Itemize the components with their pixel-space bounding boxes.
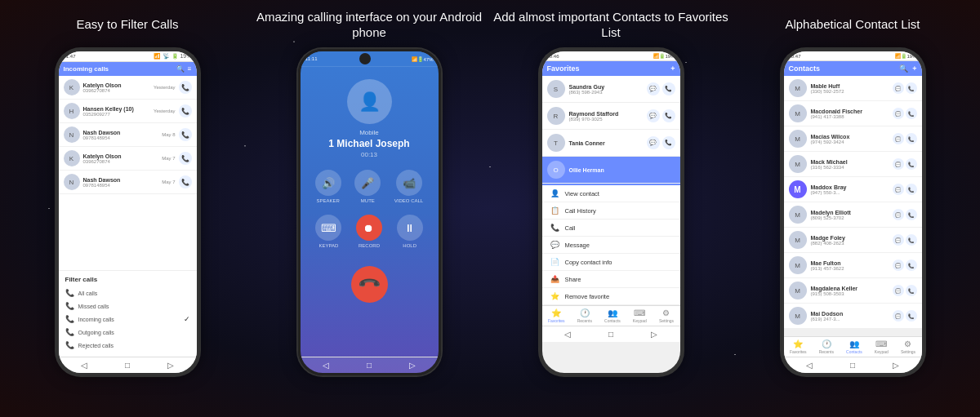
back-btn-2[interactable]: ◁ bbox=[323, 361, 329, 370]
ctx-remove-favorite[interactable]: ⭐ Remove favorite bbox=[542, 288, 680, 305]
call-btn[interactable]: 📞 bbox=[179, 152, 192, 165]
call-btn[interactable]: 📞 bbox=[179, 104, 192, 118]
call-btn[interactable]: 📞 bbox=[906, 133, 917, 144]
filter-item-missed[interactable]: 📞 Missed calls bbox=[65, 299, 190, 313]
filter-title: Filter calls bbox=[65, 276, 190, 283]
call-btn[interactable]: 📞 bbox=[179, 128, 192, 141]
contact-info: Katelyn Olson 0396270874 bbox=[83, 153, 159, 164]
contact-row[interactable]: M Mack Michael (316) 562-3334 💬 📞 bbox=[784, 152, 922, 177]
message-btn[interactable]: 💬 bbox=[893, 310, 904, 322]
call-btn[interactable]: 📞 bbox=[662, 109, 675, 122]
ctx-call-history[interactable]: 📋 Call History bbox=[542, 202, 680, 220]
nav-favorites[interactable]: ⭐ Favorites bbox=[548, 308, 565, 323]
message-btn[interactable]: 💬 bbox=[893, 234, 904, 246]
end-call-button[interactable]: 📞 bbox=[343, 259, 395, 311]
message-btn[interactable]: 💬 bbox=[647, 109, 660, 122]
mute-btn[interactable]: 🎤 MUTE bbox=[354, 170, 381, 203]
contact-row[interactable]: M Mae Fulton (913) 457-3622 💬 📞 bbox=[784, 253, 922, 278]
message-btn[interactable]: 💬 bbox=[893, 209, 904, 220]
home-btn-4[interactable]: □ bbox=[850, 361, 855, 370]
message-btn[interactable]: 💬 bbox=[647, 136, 660, 149]
filter-item-all[interactable]: 📞 All calls bbox=[65, 286, 190, 299]
contact-item[interactable]: N Nash Dawson 0978148954 May 7 📞 bbox=[59, 171, 197, 194]
filter-item-rejected[interactable]: 📞 Rejected calls bbox=[65, 339, 190, 352]
call-btn[interactable]: 📞 bbox=[179, 81, 192, 94]
call-btn[interactable]: 📞 bbox=[906, 158, 917, 170]
search-icon[interactable]: 🔍 bbox=[176, 65, 185, 73]
nav-recents[interactable]: 🕐 Recents bbox=[577, 308, 592, 323]
home-btn[interactable]: □ bbox=[125, 361, 130, 370]
call-btn[interactable]: 📞 bbox=[906, 234, 917, 246]
speaker-btn[interactable]: 🔊 SPEAKER bbox=[315, 170, 341, 203]
contact-row[interactable]: M Macdonald Fischer (941) 417-3388 💬 📞 bbox=[784, 101, 922, 126]
message-btn[interactable]: 💬 bbox=[893, 158, 904, 170]
message-btn[interactable]: 💬 bbox=[893, 133, 904, 144]
call-btn[interactable]: 📞 bbox=[906, 82, 917, 94]
add-contact-icon[interactable]: + bbox=[912, 64, 916, 73]
ctx-message[interactable]: 💬 Message bbox=[542, 237, 680, 254]
message-btn[interactable]: 💬 bbox=[647, 82, 660, 95]
home-btn-2[interactable]: □ bbox=[367, 361, 372, 370]
recent-btn-4[interactable]: ▷ bbox=[893, 361, 899, 370]
call-btn[interactable]: 📞 bbox=[906, 260, 917, 271]
search-icon[interactable]: 🔍 bbox=[899, 64, 908, 73]
message-btn[interactable]: 💬 bbox=[893, 82, 904, 94]
message-btn[interactable]: 💬 bbox=[893, 184, 904, 195]
home-btn-3[interactable]: □ bbox=[608, 330, 613, 339]
call-btn[interactable]: 📞 bbox=[906, 209, 917, 220]
nav-favorites-4[interactable]: ⭐ Favorites bbox=[790, 339, 807, 354]
call-btn[interactable]: 📞 bbox=[662, 136, 675, 149]
nav-contacts[interactable]: 👥 Contacts bbox=[604, 308, 621, 323]
contact-item[interactable]: N Nash Dawson 0978148954 May 8 📞 bbox=[59, 123, 197, 147]
call-btn[interactable]: 📞 bbox=[906, 184, 917, 195]
keypad-btn[interactable]: ⌨ KEYPAD bbox=[315, 215, 341, 248]
panel-favorites: Add almost important Contacts to Favorit… bbox=[493, 8, 728, 408]
fav-item-selected[interactable]: O Ollie Herman bbox=[542, 157, 680, 184]
call-btn[interactable]: 📞 bbox=[906, 310, 917, 322]
recent-btn-3[interactable]: ▷ bbox=[651, 330, 657, 339]
ctx-view-contact[interactable]: 👤 View contact bbox=[542, 185, 680, 202]
recent-btn-2[interactable]: ▷ bbox=[409, 361, 416, 370]
contact-row[interactable]: M Mai Dodson (619) 247-3... 💬 📞 bbox=[784, 304, 922, 329]
call-btn[interactable]: 📞 bbox=[906, 285, 917, 296]
call-btn[interactable]: 📞 bbox=[662, 82, 675, 95]
contact-item[interactable]: H Hansen Kelley (10) 0352909277 Yesterda… bbox=[59, 100, 197, 123]
nav-recents-4[interactable]: 🕐 Recents bbox=[819, 339, 834, 354]
contact-row[interactable]: M Madelyn Elliott (809) 525-3702 💬 📞 bbox=[784, 202, 922, 228]
filter-icon[interactable]: ≡ bbox=[188, 65, 192, 73]
contact-row-special[interactable]: M Maddox Bray (947) 550-3... 💬 📞 bbox=[784, 177, 922, 202]
filter-item-incoming[interactable]: 📞 Incoming calls ✓ bbox=[65, 313, 190, 326]
filter-item-outgoing[interactable]: 📞 Outgoing calls bbox=[65, 326, 190, 339]
contact-row[interactable]: M Macias Wilcox (974) 592-3424 💬 📞 bbox=[784, 126, 922, 152]
recent-btn[interactable]: ▷ bbox=[167, 361, 174, 370]
nav-keypad-4[interactable]: ⌨ Keypad bbox=[875, 339, 889, 354]
fav-item[interactable]: S Saundra Guy (863) 598-2943 💬 📞 bbox=[542, 76, 680, 103]
hold-btn[interactable]: ⏸ HOLD bbox=[397, 215, 423, 248]
back-btn[interactable]: ◁ bbox=[81, 361, 87, 370]
contact-item[interactable]: K Katelyn Olson 0396270874 Yesterday 📞 bbox=[59, 76, 197, 100]
back-btn-4[interactable]: ◁ bbox=[806, 361, 813, 370]
contact-item[interactable]: K Katelyn Olson 0396270874 May 7 📞 bbox=[59, 147, 197, 171]
ctx-copy[interactable]: 📄 Copy contact info bbox=[542, 254, 680, 271]
message-btn[interactable]: 💬 bbox=[893, 285, 904, 296]
video-call-btn[interactable]: 📹 VIDEO CALL bbox=[394, 170, 423, 203]
add-favorite-btn[interactable]: + bbox=[670, 64, 675, 73]
nav-contacts-4[interactable]: 👥 Contacts bbox=[846, 339, 862, 354]
nav-settings-4[interactable]: ⚙ Settings bbox=[901, 339, 915, 354]
message-btn[interactable]: 💬 bbox=[893, 260, 904, 271]
nav-keypad[interactable]: ⌨ Keypad bbox=[633, 308, 647, 323]
fav-item[interactable]: R Raymond Stafford (839) 970-3025 💬 📞 bbox=[542, 103, 680, 130]
fav-item[interactable]: T Tania Conner 💬 📞 bbox=[542, 130, 680, 157]
record-btn[interactable]: ⏺ RECORD bbox=[356, 215, 382, 248]
panel-filter-calls: Easy to Filter Calls 11:47 📶 📡 🔋 19% Inc… bbox=[10, 8, 245, 408]
back-btn-3[interactable]: ◁ bbox=[564, 330, 571, 339]
message-btn[interactable]: 💬 bbox=[893, 108, 904, 119]
call-btn[interactable]: 📞 bbox=[906, 108, 917, 119]
contact-row[interactable]: M Madge Foley (882) 408-2623 💬 📞 bbox=[784, 228, 922, 253]
call-btn[interactable]: 📞 bbox=[179, 175, 192, 189]
contact-row[interactable]: M Magdalena Keller (915) 508-3503 💬 📞 bbox=[784, 278, 922, 304]
ctx-share[interactable]: 📤 Share bbox=[542, 271, 680, 288]
ctx-call[interactable]: 📞 Call bbox=[542, 220, 680, 237]
contact-row[interactable]: M Mable Huff (330) 592-2572 💬 📞 bbox=[784, 76, 922, 101]
nav-settings[interactable]: ⚙ Settings bbox=[659, 308, 674, 323]
